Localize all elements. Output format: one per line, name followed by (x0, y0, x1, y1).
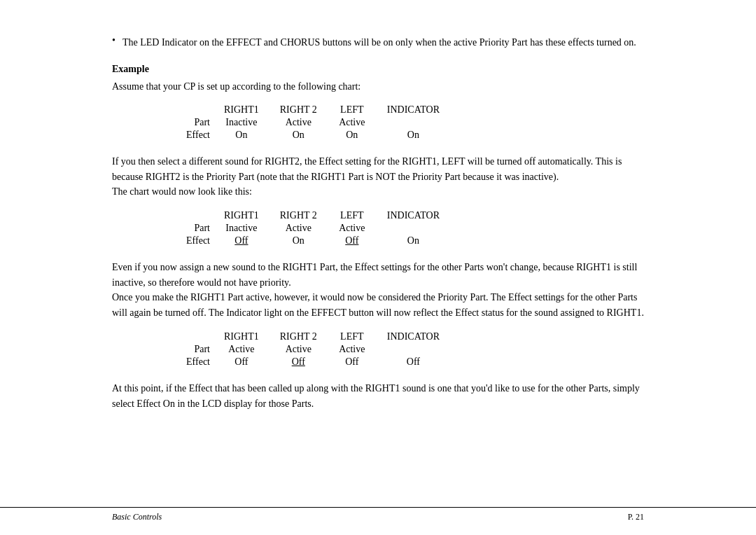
footer: Basic Controls P. 21 (0, 507, 756, 522)
chart1: RIGHT1 RIGHT 2 LEFT INDICATOR Part Inact… (112, 104, 644, 141)
chart1-part-indicator (387, 116, 461, 129)
chart3-effect-left: Off (338, 356, 387, 368)
bullet-section: • The LED Indicator on the EFFECT and CH… (112, 35, 644, 50)
chart2-label-part: Part (182, 222, 224, 235)
chart3-header-right2: RIGHT 2 (280, 331, 338, 343)
bullet-text: The LED Indicator on the EFFECT and CHOR… (122, 35, 644, 50)
chart2-effect-left: Off (338, 235, 387, 247)
paragraph1: If you then select a different sound for… (112, 154, 644, 200)
chart2-table: RIGHT1 RIGHT 2 LEFT INDICATOR Part Inact… (182, 209, 461, 247)
footer-right: P. 21 (628, 512, 644, 522)
para3-text: At this point, if the Effect that has be… (112, 383, 640, 409)
chart2-header-row: RIGHT1 RIGHT 2 LEFT INDICATOR (182, 209, 461, 222)
chart2-part-indicator (387, 222, 461, 235)
assume-text: Assume that your CP is set up according … (112, 79, 644, 94)
chart3-part-left: Active (338, 343, 387, 356)
chart1-effect-left: On (338, 129, 387, 141)
chart3-part-right1: Active (224, 343, 280, 356)
chart3-header-row: RIGHT1 RIGHT 2 LEFT INDICATOR (182, 331, 461, 343)
bullet-item: • The LED Indicator on the EFFECT and CH… (112, 35, 644, 50)
chart1-header-indicator: INDICATOR (387, 104, 461, 116)
footer-left: Basic Controls (112, 512, 162, 522)
chart2-header-right1: RIGHT1 (224, 209, 280, 222)
chart1-label-effect: Effect (182, 129, 224, 141)
para2a-text: Even if you now assign a new sound to th… (112, 262, 637, 288)
chart2-label-effect: Effect (182, 235, 224, 247)
chart2-row-part: Part Inactive Active Active (182, 222, 461, 235)
chart1-part-left: Active (338, 116, 387, 129)
chart1-effect-right2: On (280, 129, 338, 141)
para1-text: If you then select a different sound for… (112, 156, 622, 182)
para1b-text: The chart would now look like this: (112, 186, 252, 197)
chart3-table: RIGHT1 RIGHT 2 LEFT INDICATOR Part Activ… (182, 331, 461, 368)
chart3-header-right1: RIGHT1 (224, 331, 280, 343)
para2b-text: Once you make the RIGHT1 Part active, ho… (112, 292, 644, 318)
paragraph3: At this point, if the Effect that has be… (112, 381, 644, 411)
bullet-icon: • (112, 35, 115, 46)
chart3-header-left: LEFT (338, 331, 387, 343)
chart2-header-left: LEFT (338, 209, 387, 222)
paragraph2: Even if you now assign a new sound to th… (112, 260, 644, 321)
chart2-part-right1: Inactive (224, 222, 280, 235)
chart1-header-row: RIGHT1 RIGHT 2 LEFT INDICATOR (182, 104, 461, 116)
chart1-effect-right1: On (224, 129, 280, 141)
chart3-row-effect: Effect Off Off Off Off (182, 356, 461, 368)
page-container: • The LED Indicator on the EFFECT and CH… (0, 0, 756, 535)
chart1-header-right1: RIGHT1 (224, 104, 280, 116)
chart2-effect-right2: On (280, 235, 338, 247)
chart1-header-right2: RIGHT 2 (280, 104, 338, 116)
chart3-effect-indicator: Off (387, 356, 461, 368)
chart2-header-right2: RIGHT 2 (280, 209, 338, 222)
chart3-effect-right2: Off (280, 356, 338, 368)
chart3-header-indicator: INDICATOR (387, 331, 461, 343)
chart1-label-part: Part (182, 116, 224, 129)
chart2-part-right2: Active (280, 222, 338, 235)
chart3-label-part: Part (182, 343, 224, 356)
chart3-part-indicator (387, 343, 461, 356)
chart2-effect-right1: Off (224, 235, 280, 247)
chart2-empty-header (182, 209, 224, 222)
chart1-row-effect: Effect On On On On (182, 129, 461, 141)
chart1-table: RIGHT1 RIGHT 2 LEFT INDICATOR Part Inact… (182, 104, 461, 141)
chart2-header-indicator: INDICATOR (387, 209, 461, 222)
chart3: RIGHT1 RIGHT 2 LEFT INDICATOR Part Activ… (112, 331, 644, 368)
chart1-row-part: Part Inactive Active Active (182, 116, 461, 129)
chart1-part-right1: Inactive (224, 116, 280, 129)
chart1-header-left: LEFT (338, 104, 387, 116)
chart2-row-effect: Effect Off On Off On (182, 235, 461, 247)
chart3-part-right2: Active (280, 343, 338, 356)
chart3-effect-right1: Off (224, 356, 280, 368)
chart1-empty-header (182, 104, 224, 116)
chart3-label-effect: Effect (182, 356, 224, 368)
chart1-effect-indicator: On (387, 129, 461, 141)
chart2: RIGHT1 RIGHT 2 LEFT INDICATOR Part Inact… (112, 209, 644, 247)
chart2-part-left: Active (338, 222, 387, 235)
chart3-empty-header (182, 331, 224, 343)
chart2-effect-indicator: On (387, 235, 461, 247)
chart3-row-part: Part Active Active Active (182, 343, 461, 356)
chart1-part-right2: Active (280, 116, 338, 129)
example-heading: Example (112, 64, 644, 75)
